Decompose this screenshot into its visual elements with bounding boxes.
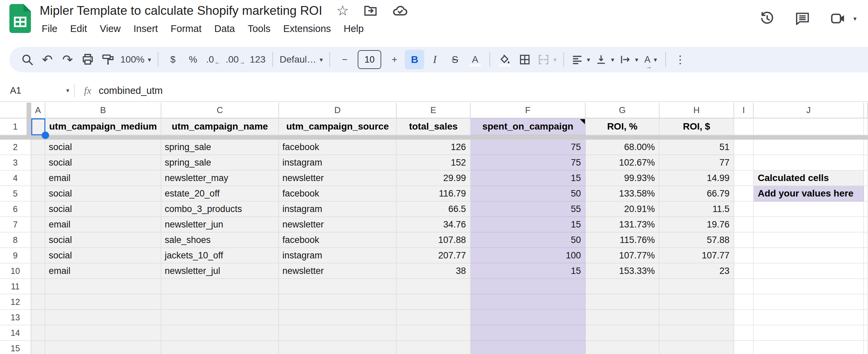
row-header-11[interactable]: 11 — [0, 279, 31, 294]
row-header-2[interactable]: 2 — [0, 140, 31, 155]
cell-G6[interactable]: 20.91% — [586, 202, 659, 217]
cell-K6[interactable] — [864, 202, 868, 217]
cell-F4[interactable]: 15 — [471, 171, 586, 186]
cell-K14[interactable] — [864, 325, 868, 341]
cell-D4[interactable]: newsletter — [279, 171, 397, 186]
column-header-G[interactable]: G — [586, 102, 659, 118]
column-header-J[interactable]: J — [754, 102, 864, 118]
cell-H5[interactable]: 66.79 — [659, 186, 734, 202]
cell-G5[interactable]: 133.58% — [586, 186, 659, 202]
row-header-10[interactable]: 10 — [0, 264, 31, 279]
cell-D2[interactable]: facebook — [279, 140, 397, 155]
cell-D14[interactable] — [279, 325, 397, 341]
cell-F9[interactable]: 100 — [471, 248, 586, 264]
cell-G12[interactable] — [586, 294, 659, 310]
cell-B11[interactable] — [45, 279, 161, 294]
cell-J4[interactable]: Calculated cells — [754, 171, 864, 186]
cell-D10[interactable]: newsletter — [279, 264, 397, 279]
cell-A4[interactable] — [31, 171, 45, 186]
row-header-9[interactable]: 9 — [0, 248, 31, 264]
cell-H2[interactable]: 51 — [659, 140, 734, 155]
cell-C4[interactable]: newsletter_may — [161, 171, 279, 186]
column-header-D[interactable]: D — [279, 102, 397, 118]
cell-C5[interactable]: estate_20_off — [161, 186, 279, 202]
cell-F1[interactable]: spent_on_campaign — [471, 118, 586, 135]
cell-C2[interactable]: spring_sale — [161, 140, 279, 155]
cell-A11[interactable] — [31, 279, 45, 294]
column-header-K[interactable] — [864, 102, 868, 118]
cell-K4[interactable] — [864, 171, 868, 186]
cell-A6[interactable] — [31, 202, 45, 217]
cell-F10[interactable]: 15 — [471, 264, 586, 279]
cell-B5[interactable]: social — [45, 186, 161, 202]
cell-J10[interactable] — [754, 264, 864, 279]
cell-E9[interactable]: 207.77 — [397, 248, 471, 264]
cell-C10[interactable]: newsletter_jul — [161, 264, 279, 279]
cell-I10[interactable] — [734, 264, 754, 279]
cell-C11[interactable] — [161, 279, 279, 294]
cell-G14[interactable] — [586, 325, 659, 341]
cell-E14[interactable] — [397, 325, 471, 341]
cell-G7[interactable]: 131.73% — [586, 217, 659, 233]
cell-G9[interactable]: 107.77% — [586, 248, 659, 264]
cell-D12[interactable] — [279, 294, 397, 310]
cell-F5[interactable]: 50 — [471, 186, 586, 202]
cell-E11[interactable] — [397, 279, 471, 294]
cell-A15[interactable] — [31, 341, 45, 354]
cell-B4[interactable]: email — [45, 171, 161, 186]
cell-E5[interactable]: 116.79 — [397, 186, 471, 202]
cell-A2[interactable] — [31, 140, 45, 155]
cell-I8[interactable] — [734, 233, 754, 248]
cell-F11[interactable] — [471, 279, 586, 294]
cell-A13[interactable] — [31, 310, 45, 325]
cell-B10[interactable]: email — [45, 264, 161, 279]
cell-G1[interactable]: ROI, % — [586, 118, 659, 135]
cell-I5[interactable] — [734, 186, 754, 202]
column-header-A[interactable]: A — [31, 102, 45, 118]
cell-J8[interactable] — [754, 233, 864, 248]
cell-A8[interactable] — [31, 233, 45, 248]
row-header-6[interactable]: 6 — [0, 202, 31, 217]
cell-H11[interactable] — [659, 279, 734, 294]
cell-H1[interactable]: ROI, $ — [659, 118, 734, 135]
cell-B9[interactable]: social — [45, 248, 161, 264]
cell-E13[interactable] — [397, 310, 471, 325]
row-header-4[interactable]: 4 — [0, 171, 31, 186]
cell-I7[interactable] — [734, 217, 754, 233]
cell-K11[interactable] — [864, 279, 868, 294]
cell-H7[interactable]: 19.76 — [659, 217, 734, 233]
cell-C9[interactable]: jackets_10_off — [161, 248, 279, 264]
cell-D15[interactable] — [279, 341, 397, 354]
cell-C8[interactable]: sale_shoes — [161, 233, 279, 248]
cell-E1[interactable]: total_sales — [397, 118, 471, 135]
cell-I11[interactable] — [734, 279, 754, 294]
cell-J11[interactable] — [754, 279, 864, 294]
cell-K2[interactable] — [864, 140, 868, 155]
cell-E2[interactable]: 126 — [397, 140, 471, 155]
cell-G4[interactable]: 99.93% — [586, 171, 659, 186]
cell-D3[interactable]: instagram — [279, 155, 397, 171]
cell-C6[interactable]: combo_3_products — [161, 202, 279, 217]
row-header-15[interactable]: 15 — [0, 341, 31, 354]
cell-I1[interactable] — [734, 118, 754, 135]
cell-J6[interactable] — [754, 202, 864, 217]
cell-D13[interactable] — [279, 310, 397, 325]
cell-E15[interactable] — [397, 341, 471, 354]
cell-B7[interactable]: email — [45, 217, 161, 233]
column-header-I[interactable]: I — [734, 102, 754, 118]
row-header-12[interactable]: 12 — [0, 294, 31, 310]
cell-A5[interactable] — [31, 186, 45, 202]
cell-G15[interactable] — [586, 341, 659, 354]
cell-B3[interactable]: social — [45, 155, 161, 171]
cell-D5[interactable]: facebook — [279, 186, 397, 202]
cell-E4[interactable]: 29.99 — [397, 171, 471, 186]
cell-B14[interactable] — [45, 325, 161, 341]
cell-H3[interactable]: 77 — [659, 155, 734, 171]
cell-G8[interactable]: 115.76% — [586, 233, 659, 248]
cell-E7[interactable]: 34.76 — [397, 217, 471, 233]
cell-H9[interactable]: 107.77 — [659, 248, 734, 264]
row-header-5[interactable]: 5 — [0, 186, 31, 202]
cell-K1[interactable] — [864, 118, 868, 135]
cell-C7[interactable]: newsletter_jun — [161, 217, 279, 233]
column-header-E[interactable]: E — [397, 102, 471, 118]
